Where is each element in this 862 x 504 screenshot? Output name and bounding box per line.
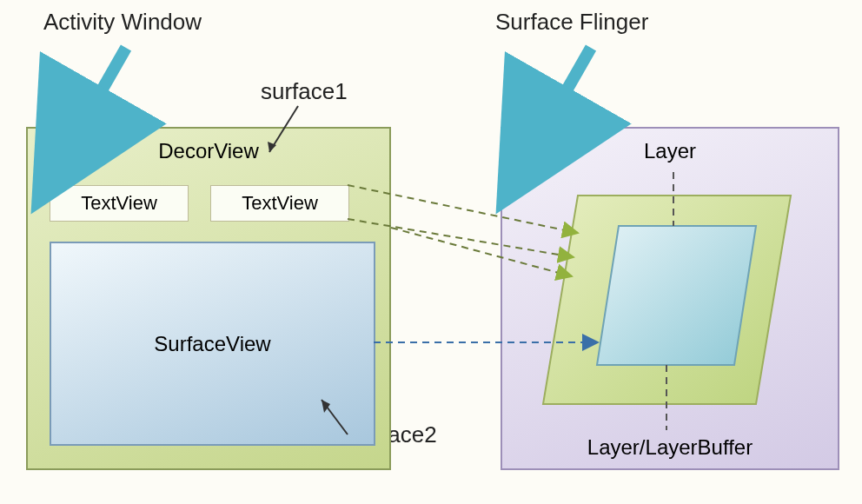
activity-window-label: Activity Window	[43, 9, 202, 36]
surface-flinger-container: Layer Layer/LayerBuffer	[501, 127, 839, 470]
surfaceview-box: SurfaceView	[50, 242, 375, 446]
surfaceview-text: SurfaceView	[154, 332, 270, 356]
activity-window-container: DecorView TextView TextView SurfaceView	[26, 127, 391, 470]
textview-box-2: TextView	[210, 185, 349, 222]
textview2-text: TextView	[242, 192, 318, 215]
decorview-label: DecorView	[158, 139, 259, 163]
surface-flinger-label: Surface Flinger	[495, 9, 648, 36]
textview1-text: TextView	[81, 192, 157, 215]
textview-box-1: TextView	[50, 185, 189, 222]
layerbuffer-label: Layer/LayerBuffer	[587, 435, 753, 460]
arrow-activity-window	[91, 48, 126, 109]
layer-label: Layer	[644, 139, 696, 163]
arrow-surface-flinger	[556, 48, 591, 109]
surface1-label: surface1	[261, 78, 348, 105]
